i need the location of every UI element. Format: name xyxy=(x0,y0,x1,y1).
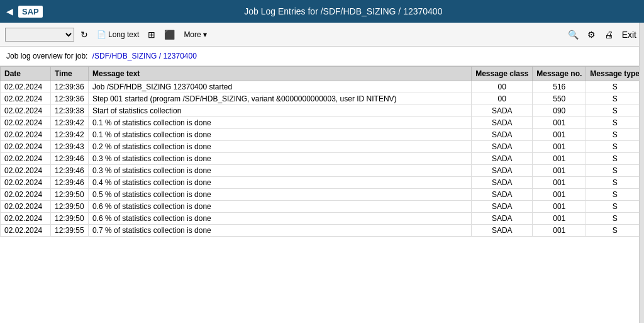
cell-date: 02.02.2024 xyxy=(1,201,51,213)
cell-type: S xyxy=(586,117,644,129)
cell-no: 001 xyxy=(533,201,586,213)
cell-type: S xyxy=(586,177,644,189)
cell-class: SADA xyxy=(472,177,533,189)
job-log-table: Date Time Message text Message class Mes… xyxy=(0,66,644,237)
cell-no: 090 xyxy=(533,105,586,117)
cell-date: 02.02.2024 xyxy=(1,153,51,165)
search-button[interactable]: 🔍 xyxy=(565,28,581,41)
cell-type: S xyxy=(586,81,644,93)
cell-date: 02.02.2024 xyxy=(1,117,51,129)
cell-no: 001 xyxy=(533,129,586,141)
cell-message: Start of statistics collection xyxy=(89,105,472,117)
title-bar: ◀ SAP Job Log Entries for /SDF/HDB_SIZIN… xyxy=(0,0,644,23)
print-icon: 🖨 xyxy=(604,30,613,40)
cell-class: SADA xyxy=(472,105,533,117)
info-label: Job log overview for job: xyxy=(6,52,87,60)
cell-time: 12:39:46 xyxy=(51,153,89,165)
cell-time: 12:39:50 xyxy=(51,201,89,213)
cell-class: SADA xyxy=(472,153,533,165)
cell-message: 0.6 % of statistics collection is done xyxy=(89,201,472,213)
refresh-button[interactable]: ↻ xyxy=(78,28,91,41)
cell-date: 02.02.2024 xyxy=(1,93,51,105)
cell-class: SADA xyxy=(472,189,533,201)
cell-no: 001 xyxy=(533,177,586,189)
cell-class: SADA xyxy=(472,225,533,237)
cell-time: 12:39:42 xyxy=(51,117,89,129)
cell-time: 12:39:46 xyxy=(51,177,89,189)
cell-message: 0.2 % of statistics collection is done xyxy=(89,141,472,153)
toolbar-right: 🔍 ⚙ 🖨 Exit xyxy=(565,28,639,41)
refresh-icon: ↻ xyxy=(80,30,88,40)
back-button[interactable]: ◀ xyxy=(6,6,13,16)
download-icon: ⬛ xyxy=(164,30,175,40)
table-row: 02.02.202412:39:36Step 001 started (prog… xyxy=(1,93,644,105)
cell-message: Step 001 started (program /SDF/HDB_SIZIN… xyxy=(89,93,472,105)
cell-type: S xyxy=(586,189,644,201)
cell-date: 02.02.2024 xyxy=(1,225,51,237)
col-header-date: Date xyxy=(1,67,51,81)
table-row: 02.02.202412:39:36Job /SDF/HDB_SIZING 12… xyxy=(1,81,644,93)
cell-date: 02.02.2024 xyxy=(1,213,51,225)
table-row: 02.02.202412:39:500.6 % of statistics co… xyxy=(1,201,644,213)
filter-select[interactable] xyxy=(5,28,74,42)
cell-no: 001 xyxy=(533,213,586,225)
col-header-type: Message type xyxy=(586,67,644,81)
long-text-label: Long text xyxy=(108,30,139,39)
grid-button[interactable]: ⊞ xyxy=(145,28,158,41)
cell-message: 0.6 % of statistics collection is done xyxy=(89,213,472,225)
col-header-time: Time xyxy=(51,67,89,81)
col-header-message: Message text xyxy=(89,67,472,81)
cell-date: 02.02.2024 xyxy=(1,165,51,177)
table-body: 02.02.202412:39:36Job /SDF/HDB_SIZING 12… xyxy=(1,81,644,237)
cell-date: 02.02.2024 xyxy=(1,105,51,117)
col-header-class: Message class xyxy=(472,67,533,81)
cell-date: 02.02.2024 xyxy=(1,189,51,201)
cell-message: 0.1 % of statistics collection is done xyxy=(89,129,472,141)
table-row: 02.02.202412:39:460.3 % of statistics co… xyxy=(1,153,644,165)
table-row: 02.02.202412:39:460.3 % of statistics co… xyxy=(1,165,644,177)
job-link[interactable]: /SDF/HDB_SIZING / 12370400 xyxy=(92,52,197,60)
cell-type: S xyxy=(586,93,644,105)
table-header: Date Time Message text Message class Mes… xyxy=(1,67,644,81)
exit-button[interactable]: Exit xyxy=(619,28,639,41)
cell-class: SADA xyxy=(472,141,533,153)
cell-message: 0.5 % of statistics collection is done xyxy=(89,189,472,201)
cell-message: 0.1 % of statistics collection is done xyxy=(89,117,472,129)
cell-type: S xyxy=(586,225,644,237)
cell-no: 001 xyxy=(533,189,586,201)
window-title: Job Log Entries for /SDF/HDB_SIZING / 12… xyxy=(49,6,638,16)
search-icon: 🔍 xyxy=(568,30,579,40)
col-header-no: Message no. xyxy=(533,67,586,81)
long-text-button[interactable]: 📄 Long text xyxy=(94,29,142,40)
cell-class: SADA xyxy=(472,213,533,225)
scrollbar[interactable] xyxy=(639,23,644,323)
download-button[interactable]: ⬛ xyxy=(162,28,177,41)
cell-class: SADA xyxy=(472,201,533,213)
cell-class: SADA xyxy=(472,117,533,129)
cell-message: 0.3 % of statistics collection is done xyxy=(89,165,472,177)
cell-time: 12:39:42 xyxy=(51,129,89,141)
cell-message: 0.3 % of statistics collection is done xyxy=(89,153,472,165)
cell-class: 00 xyxy=(472,93,533,105)
cell-type: S xyxy=(586,153,644,165)
cell-class: SADA xyxy=(472,165,533,177)
table-wrapper: Date Time Message text Message class Mes… xyxy=(0,66,644,320)
customize-button[interactable]: ⚙ xyxy=(585,28,598,41)
cell-no: 001 xyxy=(533,165,586,177)
table-row: 02.02.202412:39:550.7 % of statistics co… xyxy=(1,225,644,237)
more-label: More xyxy=(184,30,201,39)
table-row: 02.02.202412:39:500.6 % of statistics co… xyxy=(1,213,644,225)
cell-message: 0.7 % of statistics collection is done xyxy=(89,225,472,237)
table-row: 02.02.202412:39:500.5 % of statistics co… xyxy=(1,189,644,201)
cell-time: 12:39:50 xyxy=(51,213,89,225)
more-button[interactable]: More ▾ xyxy=(181,29,209,40)
cell-message: Job /SDF/HDB_SIZING 12370400 started xyxy=(89,81,472,93)
print-button[interactable]: 🖨 xyxy=(602,28,616,41)
toolbar: ↻ 📄 Long text ⊞ ⬛ More ▾ 🔍 ⚙ 🖨 Exit xyxy=(0,23,644,47)
table-row: 02.02.202412:39:460.4 % of statistics co… xyxy=(1,177,644,189)
cell-time: 12:39:36 xyxy=(51,93,89,105)
cell-time: 12:39:36 xyxy=(51,81,89,93)
cell-type: S xyxy=(586,129,644,141)
table-row: 02.02.202412:39:420.1 % of statistics co… xyxy=(1,117,644,129)
cell-no: 550 xyxy=(533,93,586,105)
